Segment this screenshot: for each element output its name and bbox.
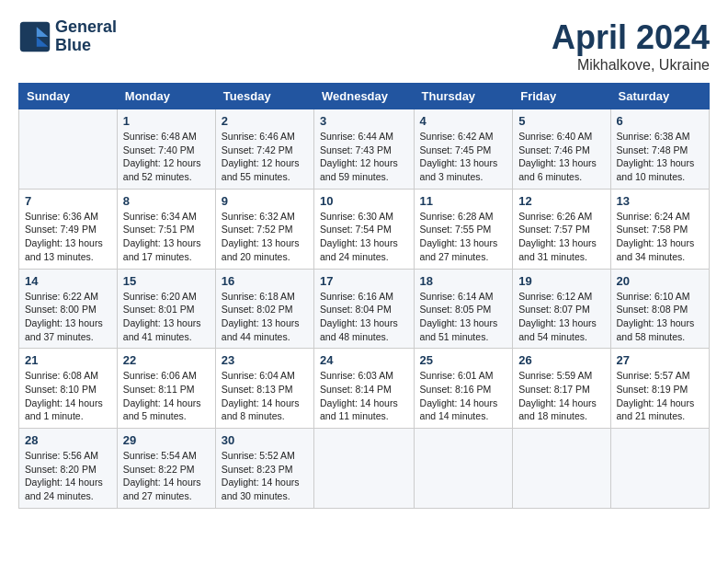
- calendar-cell: 30Sunrise: 5:52 AM Sunset: 8:23 PM Dayli…: [215, 429, 313, 509]
- header-cell-saturday: Saturday: [610, 84, 709, 109]
- calendar-week-5: 28Sunrise: 5:56 AM Sunset: 8:20 PM Dayli…: [19, 429, 710, 509]
- day-number: 1: [123, 114, 210, 128]
- day-content: Sunrise: 6:20 AM Sunset: 8:01 PM Dayligh…: [123, 290, 210, 344]
- day-number: 13: [617, 194, 703, 208]
- day-number: 4: [420, 114, 507, 128]
- day-content: Sunrise: 6:06 AM Sunset: 8:11 PM Dayligh…: [123, 369, 210, 423]
- calendar-cell: 8Sunrise: 6:34 AM Sunset: 7:51 PM Daylig…: [117, 189, 215, 269]
- calendar-cell: 5Sunrise: 6:40 AM Sunset: 7:46 PM Daylig…: [513, 109, 610, 190]
- calendar-cell: 7Sunrise: 6:36 AM Sunset: 7:49 PM Daylig…: [19, 189, 118, 269]
- calendar-cell: [610, 429, 709, 509]
- day-number: 7: [25, 194, 111, 208]
- day-number: 28: [25, 433, 111, 447]
- day-number: 20: [617, 274, 703, 288]
- calendar-cell: 26Sunrise: 5:59 AM Sunset: 8:17 PM Dayli…: [513, 349, 610, 429]
- day-content: Sunrise: 6:40 AM Sunset: 7:46 PM Dayligh…: [518, 130, 604, 184]
- day-content: Sunrise: 5:57 AM Sunset: 8:19 PM Dayligh…: [617, 369, 703, 423]
- logo-text: General Blue: [55, 18, 117, 55]
- day-number: 12: [518, 194, 604, 208]
- calendar-cell: 22Sunrise: 6:06 AM Sunset: 8:11 PM Dayli…: [117, 349, 215, 429]
- calendar-cell: 9Sunrise: 6:32 AM Sunset: 7:52 PM Daylig…: [215, 189, 313, 269]
- day-number: 26: [518, 353, 604, 367]
- day-content: Sunrise: 6:26 AM Sunset: 7:57 PM Dayligh…: [518, 210, 604, 264]
- day-number: 6: [617, 114, 703, 128]
- day-content: Sunrise: 6:32 AM Sunset: 7:52 PM Dayligh…: [222, 210, 308, 264]
- day-content: Sunrise: 6:24 AM Sunset: 7:58 PM Dayligh…: [617, 210, 703, 264]
- calendar-cell: 25Sunrise: 6:01 AM Sunset: 8:16 PM Dayli…: [414, 349, 513, 429]
- day-number: 21: [25, 353, 111, 367]
- calendar-cell: [414, 429, 513, 509]
- calendar-cell: 10Sunrise: 6:30 AM Sunset: 7:54 PM Dayli…: [314, 189, 415, 269]
- day-number: 2: [222, 114, 308, 128]
- day-number: 15: [123, 274, 210, 288]
- day-content: Sunrise: 5:56 AM Sunset: 8:20 PM Dayligh…: [25, 449, 111, 503]
- logo: General Blue: [18, 18, 117, 55]
- header-cell-thursday: Thursday: [414, 84, 513, 109]
- calendar-cell: 11Sunrise: 6:28 AM Sunset: 7:55 PM Dayli…: [414, 189, 513, 269]
- calendar-body: 1Sunrise: 6:48 AM Sunset: 7:40 PM Daylig…: [19, 109, 710, 509]
- location-subtitle: Mikhalkove, Ukraine: [552, 57, 710, 74]
- day-content: Sunrise: 5:54 AM Sunset: 8:22 PM Dayligh…: [123, 449, 210, 503]
- day-content: Sunrise: 6:42 AM Sunset: 7:45 PM Dayligh…: [420, 130, 507, 184]
- header-cell-sunday: Sunday: [19, 84, 118, 109]
- day-content: Sunrise: 6:36 AM Sunset: 7:49 PM Dayligh…: [25, 210, 111, 264]
- calendar-cell: 19Sunrise: 6:12 AM Sunset: 8:07 PM Dayli…: [513, 269, 610, 349]
- page-header: General Blue April 2024 Mikhalkove, Ukra…: [18, 18, 710, 74]
- day-content: Sunrise: 6:38 AM Sunset: 7:48 PM Dayligh…: [617, 130, 703, 184]
- day-content: Sunrise: 6:16 AM Sunset: 8:04 PM Dayligh…: [320, 290, 408, 344]
- header-cell-wednesday: Wednesday: [314, 84, 415, 109]
- day-content: Sunrise: 6:08 AM Sunset: 8:10 PM Dayligh…: [25, 369, 111, 423]
- day-content: Sunrise: 6:18 AM Sunset: 8:02 PM Dayligh…: [222, 290, 308, 344]
- calendar-week-4: 21Sunrise: 6:08 AM Sunset: 8:10 PM Dayli…: [19, 349, 710, 429]
- calendar-week-1: 1Sunrise: 6:48 AM Sunset: 7:40 PM Daylig…: [19, 109, 710, 190]
- day-number: 3: [320, 114, 408, 128]
- day-number: 24: [320, 353, 408, 367]
- day-content: Sunrise: 6:30 AM Sunset: 7:54 PM Dayligh…: [320, 210, 408, 264]
- calendar-cell: 23Sunrise: 6:04 AM Sunset: 8:13 PM Dayli…: [215, 349, 313, 429]
- calendar-cell: [513, 429, 610, 509]
- calendar-cell: 13Sunrise: 6:24 AM Sunset: 7:58 PM Dayli…: [610, 189, 709, 269]
- day-number: 11: [420, 194, 507, 208]
- calendar-cell: 4Sunrise: 6:42 AM Sunset: 7:45 PM Daylig…: [414, 109, 513, 190]
- calendar-cell: 3Sunrise: 6:44 AM Sunset: 7:43 PM Daylig…: [314, 109, 415, 190]
- logo-icon: [18, 20, 51, 53]
- month-title: April 2024: [552, 18, 710, 57]
- day-number: 5: [518, 114, 604, 128]
- day-content: Sunrise: 6:12 AM Sunset: 8:07 PM Dayligh…: [518, 290, 604, 344]
- calendar-week-2: 7Sunrise: 6:36 AM Sunset: 7:49 PM Daylig…: [19, 189, 710, 269]
- calendar-cell: 24Sunrise: 6:03 AM Sunset: 8:14 PM Dayli…: [314, 349, 415, 429]
- calendar-cell: 16Sunrise: 6:18 AM Sunset: 8:02 PM Dayli…: [215, 269, 313, 349]
- calendar-cell: 15Sunrise: 6:20 AM Sunset: 8:01 PM Dayli…: [117, 269, 215, 349]
- day-content: Sunrise: 6:22 AM Sunset: 8:00 PM Dayligh…: [25, 290, 111, 344]
- day-number: 14: [25, 274, 111, 288]
- calendar-cell: 20Sunrise: 6:10 AM Sunset: 8:08 PM Dayli…: [610, 269, 709, 349]
- calendar-cell: 12Sunrise: 6:26 AM Sunset: 7:57 PM Dayli…: [513, 189, 610, 269]
- header-row: SundayMondayTuesdayWednesdayThursdayFrid…: [19, 84, 710, 109]
- calendar-cell: 6Sunrise: 6:38 AM Sunset: 7:48 PM Daylig…: [610, 109, 709, 190]
- calendar-cell: [314, 429, 415, 509]
- calendar-cell: 17Sunrise: 6:16 AM Sunset: 8:04 PM Dayli…: [314, 269, 415, 349]
- calendar-week-3: 14Sunrise: 6:22 AM Sunset: 8:00 PM Dayli…: [19, 269, 710, 349]
- day-content: Sunrise: 6:14 AM Sunset: 8:05 PM Dayligh…: [420, 290, 507, 344]
- day-content: Sunrise: 6:10 AM Sunset: 8:08 PM Dayligh…: [617, 290, 703, 344]
- calendar-cell: 27Sunrise: 5:57 AM Sunset: 8:19 PM Dayli…: [610, 349, 709, 429]
- day-content: Sunrise: 5:52 AM Sunset: 8:23 PM Dayligh…: [222, 449, 308, 503]
- day-content: Sunrise: 6:01 AM Sunset: 8:16 PM Dayligh…: [420, 369, 507, 423]
- header-cell-tuesday: Tuesday: [215, 84, 313, 109]
- day-number: 29: [123, 433, 210, 447]
- day-number: 25: [420, 353, 507, 367]
- day-number: 9: [222, 194, 308, 208]
- header-cell-monday: Monday: [117, 84, 215, 109]
- day-content: Sunrise: 5:59 AM Sunset: 8:17 PM Dayligh…: [518, 369, 604, 423]
- title-block: April 2024 Mikhalkove, Ukraine: [552, 18, 710, 74]
- day-number: 23: [222, 353, 308, 367]
- day-content: Sunrise: 6:28 AM Sunset: 7:55 PM Dayligh…: [420, 210, 507, 264]
- day-number: 8: [123, 194, 210, 208]
- day-content: Sunrise: 6:46 AM Sunset: 7:42 PM Dayligh…: [222, 130, 308, 184]
- day-number: 30: [222, 433, 308, 447]
- day-number: 18: [420, 274, 507, 288]
- calendar-header: SundayMondayTuesdayWednesdayThursdayFrid…: [19, 84, 710, 109]
- calendar-cell: [19, 109, 118, 190]
- day-content: Sunrise: 6:04 AM Sunset: 8:13 PM Dayligh…: [222, 369, 308, 423]
- day-number: 10: [320, 194, 408, 208]
